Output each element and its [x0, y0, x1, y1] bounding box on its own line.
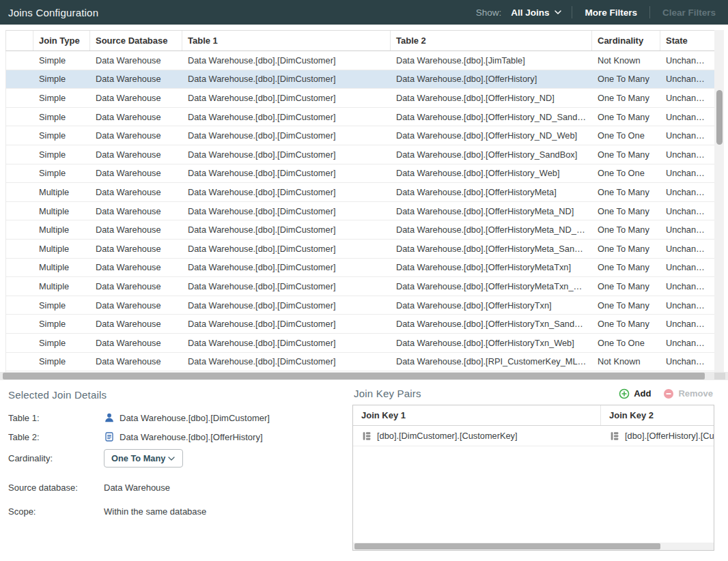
table-row[interactable]: MultipleData WarehouseData Warehouse.[db…	[6, 259, 714, 278]
cardinality-label: Cardinality:	[8, 453, 104, 463]
vertical-scrollbar-thumb[interactable]	[716, 90, 723, 145]
key-pairs-scrollbar-thumb[interactable]	[354, 543, 660, 549]
table1-label: Table 1:	[8, 413, 104, 423]
table-row[interactable]: SimpleData WarehouseData Warehouse.[dbo]…	[6, 164, 714, 184]
table-cell: One To Many	[592, 149, 660, 160]
detail-row-scope: Scope: Within the same database	[8, 504, 350, 518]
table-row[interactable]: SimpleData WarehouseData Warehouse.[dbo]…	[6, 126, 714, 145]
table-cell: Simple	[33, 300, 90, 311]
scope-value: Within the same database	[104, 506, 206, 517]
table-cell: Data Warehouse.[dbo].[DimCustomer]	[182, 55, 391, 66]
table-row[interactable]: SimpleData WarehouseData Warehouse.[dbo]…	[6, 334, 714, 353]
table-cell: Unchanged	[660, 74, 714, 84]
person-icon	[104, 412, 115, 423]
table-cell: Simple	[33, 74, 90, 84]
table-cell: Unchanged	[660, 319, 714, 329]
table-cell: Data Warehouse.[dbo].[DimCustomer]	[182, 225, 391, 235]
table-row[interactable]: SimpleData WarehouseData Warehouse.[dbo]…	[6, 108, 714, 127]
table-cell: Data Warehouse.[dbo].[DimCustomer]	[182, 93, 391, 103]
show-joins-dropdown[interactable]: All Joins	[511, 8, 562, 18]
table-row[interactable]: SimpleData WarehouseData Warehouse.[dbo]…	[6, 145, 714, 164]
more-filters-button[interactable]: More Filters	[582, 8, 640, 18]
table-cell: Data Warehouse.[dbo].[DimCustomer]	[182, 168, 391, 178]
column-header-join-key-2[interactable]: Join Key 2	[601, 405, 714, 425]
table-row[interactable]: MultipleData WarehouseData Warehouse.[db…	[6, 277, 714, 296]
table-row[interactable]: MultipleData WarehouseData Warehouse.[db…	[6, 202, 714, 221]
table-row[interactable]: SimpleData WarehouseData Warehouse.[dbo]…	[6, 70, 714, 89]
key-pairs-table: Join Key 1 Join Key 2 [dbo].[DimCustomer…	[352, 405, 714, 551]
details-panel-title: Selected Join Details	[8, 389, 350, 401]
column-header-table-2[interactable]: Table 2	[391, 31, 592, 51]
table-cell: Simple	[33, 338, 90, 348]
table2-value: Data Warehouse.[dbo].[OfferHistory]	[120, 432, 263, 442]
table-row[interactable]: MultipleData WarehouseData Warehouse.[db…	[6, 220, 714, 240]
table1-value: Data Warehouse.[dbo].[DimCustomer]	[120, 413, 270, 423]
table-cell: Data Warehouse.[dbo].[DimCustomer]	[182, 281, 391, 291]
column-header-cardinality[interactable]: Cardinality	[592, 31, 660, 51]
key-pairs-panel-title: Join Key Pairs	[354, 388, 421, 399]
table-horizontal-scrollbar[interactable]	[0, 372, 728, 380]
detail-row-cardinality: Cardinality: One To Many	[8, 449, 350, 468]
detail-row-source-database: Source database: Data Warehouse	[8, 480, 350, 494]
table-cell: Data Warehouse.[dbo].[OfferHistoryMeta]	[391, 187, 592, 197]
table-row[interactable]: SimpleData WarehouseData Warehouse.[dbo]…	[6, 353, 714, 372]
selected-join-details-panel: Selected Join Details Table 1: Data Ware…	[0, 381, 350, 558]
column-header-source-database[interactable]: Source Database	[90, 31, 182, 51]
join-key-pairs-panel: Join Key Pairs Add Remove Join Key 1 Joi…	[352, 381, 714, 553]
remove-key-pair-button: Remove	[663, 388, 713, 399]
table-cell: Simple	[33, 149, 90, 160]
table-row[interactable]: SimpleData WarehouseData Warehouse.[dbo]…	[6, 296, 714, 315]
table-cell: Data Warehouse	[90, 149, 182, 160]
table-cell: One To One	[592, 130, 660, 141]
column-header-join-type[interactable]: Join Type	[33, 31, 90, 51]
horizontal-scrollbar-thumb[interactable]	[3, 373, 705, 379]
table-cell: Data Warehouse.[dbo].[DimCustomer]	[182, 130, 391, 141]
table-cell: One To Many	[592, 206, 660, 216]
table-row[interactable]: SimpleData WarehouseData Warehouse.[dbo]…	[6, 51, 714, 70]
key-pair-row[interactable]: [dbo].[DimCustomer].[CustomerKey] [dbo].…	[353, 426, 714, 446]
table-cell: Multiple	[33, 244, 90, 254]
scrollbar-corner	[714, 373, 725, 379]
table-cell: Data Warehouse.[dbo].[OfferHistoryTxn_Sa…	[391, 319, 592, 329]
source-database-label: Source database:	[8, 483, 104, 493]
table-row[interactable]: SimpleData WarehouseData Warehouse.[dbo]…	[6, 315, 714, 334]
table-row[interactable]: MultipleData WarehouseData Warehouse.[db…	[6, 183, 714, 202]
column-header-state[interactable]: State	[660, 31, 714, 51]
table-cell: Multiple	[33, 225, 90, 235]
table-cell: Data Warehouse	[90, 168, 182, 178]
add-key-pair-button[interactable]: Add	[619, 388, 651, 399]
table-vertical-scrollbar[interactable]	[714, 30, 724, 372]
table-cell: Multiple	[33, 262, 90, 272]
table-cell: Data Warehouse.[dbo].[OfferHistory]	[391, 74, 592, 84]
column-header-join-key-1[interactable]: Join Key 1	[353, 405, 601, 425]
table-cell: Unchanged	[660, 225, 714, 235]
table-cell: Unchanged	[660, 300, 714, 311]
table-cell: Multiple	[33, 187, 90, 197]
table-cell: Unchanged	[660, 281, 714, 291]
table-cell: Unchanged	[660, 55, 714, 66]
show-joins-value: All Joins	[511, 8, 549, 18]
table-cell: One To One	[592, 338, 660, 348]
table-cell: Data Warehouse	[90, 225, 182, 235]
document-icon	[104, 431, 115, 442]
remove-icon	[663, 388, 674, 399]
table-cell: Not Known	[592, 55, 660, 66]
table-cell: Simple	[33, 168, 90, 178]
column-header-table-1[interactable]: Table 1	[182, 31, 391, 51]
key-pairs-horizontal-scrollbar[interactable]	[353, 543, 714, 550]
key-pairs-table-header: Join Key 1 Join Key 2	[353, 405, 714, 426]
table-cell: One To Many	[592, 262, 660, 272]
table-row[interactable]: SimpleData WarehouseData Warehouse.[dbo]…	[6, 89, 714, 108]
table-row[interactable]: MultipleData WarehouseData Warehouse.[db…	[6, 240, 714, 259]
table-cell: Data Warehouse.[dbo].[DimCustomer]	[182, 244, 391, 254]
cardinality-dropdown[interactable]: One To Many	[104, 449, 183, 468]
table2-label: Table 2:	[8, 432, 104, 442]
table-cell: Data Warehouse.[dbo].[DimCustomer]	[182, 74, 391, 84]
table-cell: Unchanged	[660, 262, 714, 272]
table-cell: Unchanged	[660, 338, 714, 348]
table-cell: Multiple	[33, 281, 90, 291]
table-cell: One To Many	[592, 187, 660, 197]
table-cell: Data Warehouse.[dbo].[JimTable]	[391, 55, 592, 66]
table-cell: Not Known	[592, 356, 660, 366]
table-cell: Data Warehouse.[dbo].[DimCustomer]	[182, 356, 391, 366]
